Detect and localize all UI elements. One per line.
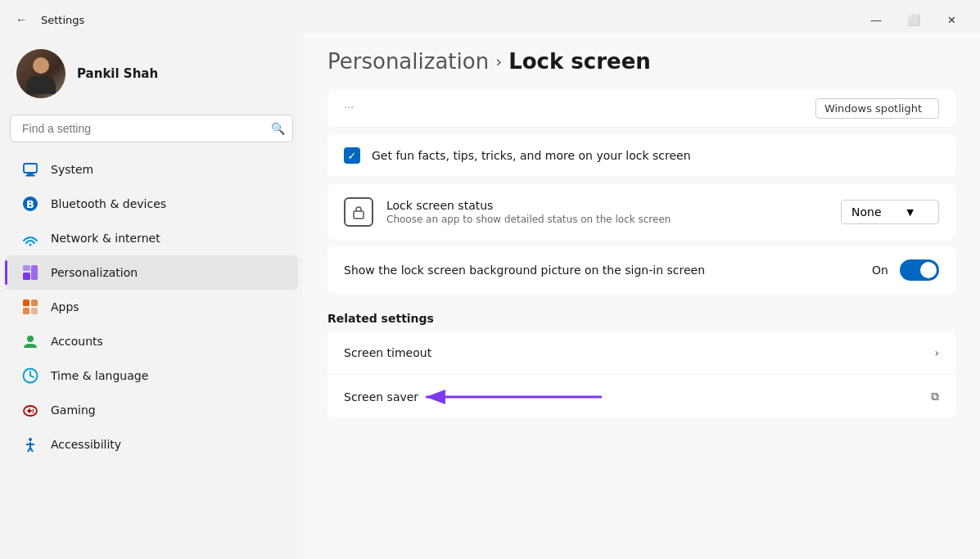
- svg-rect-7: [23, 273, 30, 280]
- svg-rect-1: [27, 174, 34, 175]
- checkmark-icon: ✓: [348, 150, 357, 162]
- background-picture-section: Show the lock screen background picture …: [327, 246, 955, 294]
- chevron-right-icon: ›: [934, 346, 939, 359]
- lock-screen-status-control[interactable]: None ▼: [841, 200, 939, 224]
- network-icon: [21, 229, 39, 247]
- app-title: Settings: [41, 14, 84, 26]
- screen-saver-label: Screen saver: [344, 390, 418, 403]
- back-button[interactable]: ←: [10, 8, 33, 31]
- system-icon: [21, 160, 39, 178]
- related-settings-section: Screen timeout › Screen saver: [327, 331, 955, 418]
- sidebar-item-label-accessibility: Accessibility: [51, 438, 121, 451]
- svg-text:B: B: [26, 198, 34, 210]
- personalization-icon: [21, 264, 39, 282]
- user-profile[interactable]: Pankil Shah: [0, 41, 303, 115]
- background-picture-toggle[interactable]: [900, 259, 939, 281]
- time-icon: [21, 367, 39, 385]
- sidebar-item-label-network: Network & internet: [51, 232, 160, 245]
- lock-screen-status-dropdown[interactable]: None ▼: [841, 200, 939, 224]
- fun-facts-checkbox[interactable]: ✓: [344, 147, 360, 164]
- breadcrumb: Personalization › Lock screen: [327, 49, 955, 74]
- fun-facts-label: Get fun facts, tips, tricks, and more on…: [372, 149, 691, 162]
- user-name: Pankil Shah: [77, 66, 158, 81]
- sidebar: Pankil Shah 🔍 System B: [0, 33, 303, 559]
- svg-line-16: [30, 376, 34, 377]
- svg-rect-0: [24, 164, 37, 173]
- accessibility-icon: [21, 435, 39, 453]
- svg-rect-11: [23, 308, 29, 314]
- svg-rect-10: [31, 300, 38, 306]
- purple-arrow-annotation: [418, 382, 606, 412]
- lock-screen-status-desc: Choose an app to show detailed status on…: [386, 214, 828, 225]
- main-content: Personalization › Lock screen ... Window…: [303, 33, 980, 559]
- sidebar-item-label-gaming: Gaming: [51, 403, 96, 417]
- background-picture-toggle-wrap: On: [872, 259, 939, 281]
- sidebar-item-label-apps: Apps: [51, 300, 79, 313]
- sidebar-item-label-accounts: Accounts: [51, 335, 103, 348]
- svg-rect-6: [23, 265, 30, 271]
- screen-timeout-row[interactable]: Screen timeout ›: [327, 331, 955, 375]
- svg-rect-9: [23, 300, 29, 306]
- svg-line-26: [30, 448, 33, 452]
- svg-rect-8: [31, 265, 38, 280]
- toggle-thumb: [920, 262, 937, 278]
- title-bar-left: ← Settings: [10, 8, 84, 31]
- sidebar-item-accessibility[interactable]: Accessibility: [5, 427, 298, 462]
- breadcrumb-separator: ›: [495, 52, 502, 71]
- sidebar-item-accounts[interactable]: Accounts: [5, 324, 298, 358]
- bluetooth-icon: B: [21, 195, 39, 213]
- external-link-icon: ⧉: [931, 390, 939, 403]
- lock-screen-status-title: Lock screen status: [386, 199, 828, 212]
- svg-rect-12: [31, 308, 38, 314]
- svg-point-5: [29, 244, 32, 246]
- svg-point-13: [27, 336, 34, 342]
- background-picture-info: Show the lock screen background picture …: [344, 264, 859, 277]
- fun-facts-row[interactable]: ✓ Get fun facts, tips, tricks, and more …: [327, 134, 955, 178]
- sidebar-item-label-bluetooth: Bluetooth & devices: [51, 197, 166, 210]
- screen-saver-row[interactable]: Screen saver ⧉: [327, 375, 955, 418]
- sidebar-item-network[interactable]: Network & internet: [5, 221, 298, 255]
- close-button[interactable]: ✕: [933, 7, 970, 33]
- search-input[interactable]: [10, 115, 293, 142]
- apps-icon: [21, 298, 39, 316]
- background-picture-row: Show the lock screen background picture …: [327, 246, 955, 294]
- search-box: 🔍: [10, 115, 293, 142]
- maximize-button[interactable]: ⬜: [895, 7, 933, 33]
- related-settings-header: Related settings: [327, 300, 955, 331]
- gaming-icon: [21, 401, 39, 419]
- svg-rect-27: [354, 211, 364, 219]
- avatar: [16, 49, 65, 98]
- sidebar-item-label-personalization: Personalization: [51, 266, 138, 279]
- toggle-on-label: On: [872, 264, 888, 277]
- top-partial-row: ... Windows spotlight: [327, 90, 955, 128]
- svg-point-21: [33, 412, 34, 413]
- lock-screen-status-icon: [344, 197, 373, 227]
- sidebar-item-label-time: Time & language: [51, 369, 148, 382]
- lock-screen-status-row: Lock screen status Choose an app to show…: [327, 184, 955, 240]
- screen-timeout-label: Screen timeout: [344, 346, 431, 359]
- title-bar: ← Settings — ⬜ ✕: [0, 0, 980, 33]
- window-controls: — ⬜ ✕: [857, 7, 970, 33]
- fun-facts-section: ✓ Get fun facts, tips, tricks, and more …: [327, 134, 955, 178]
- sidebar-item-gaming[interactable]: Gaming: [5, 393, 298, 427]
- breadcrumb-current: Lock screen: [508, 49, 651, 74]
- background-picture-title: Show the lock screen background picture …: [344, 264, 859, 277]
- svg-rect-2: [25, 175, 35, 177]
- sidebar-item-system[interactable]: System: [5, 152, 298, 187]
- sidebar-item-apps[interactable]: Apps: [5, 290, 298, 324]
- minimize-button[interactable]: —: [857, 7, 895, 33]
- sidebar-item-label-system: System: [51, 163, 93, 176]
- sidebar-item-personalization[interactable]: Personalization: [5, 255, 298, 290]
- main-container: Pankil Shah 🔍 System B: [0, 33, 980, 559]
- sidebar-item-time[interactable]: Time & language: [5, 358, 298, 393]
- lock-screen-status-section: Lock screen status Choose an app to show…: [327, 184, 955, 240]
- sidebar-item-bluetooth[interactable]: B Bluetooth & devices: [5, 187, 298, 221]
- chevron-down-icon: ▼: [907, 207, 914, 218]
- lock-screen-status-info: Lock screen status Choose an app to show…: [386, 199, 828, 225]
- svg-point-20: [33, 409, 34, 411]
- accounts-icon: [21, 332, 39, 350]
- breadcrumb-parent[interactable]: Personalization: [327, 49, 489, 74]
- svg-point-22: [29, 438, 32, 441]
